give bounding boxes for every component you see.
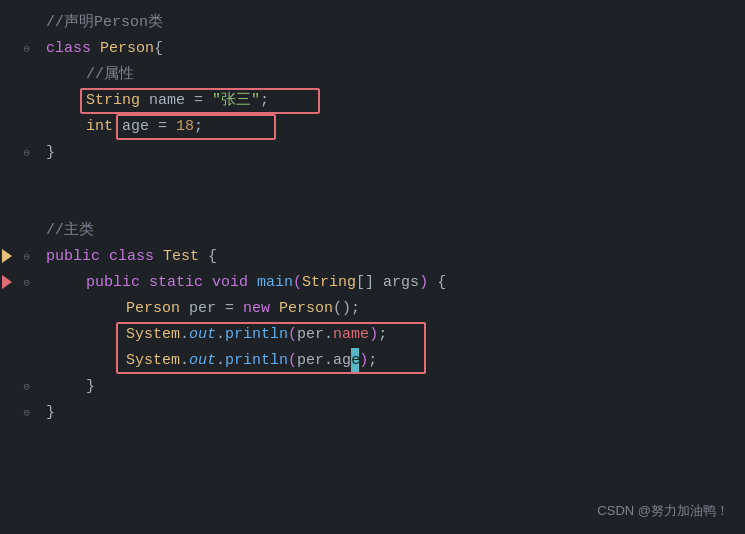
code-12: Person per = new Person();: [36, 296, 360, 322]
var-name: name: [149, 88, 194, 114]
comment-9: //主类: [46, 218, 94, 244]
fold-icon-16[interactable]: ⊖: [23, 400, 30, 426]
out-14: out: [189, 348, 216, 374]
code-15: }: [36, 374, 95, 400]
type-person: Person: [126, 296, 189, 322]
class-name: Person: [100, 36, 154, 62]
param-args: args: [383, 270, 419, 296]
code-2: class Person{: [36, 36, 163, 62]
gutter-16: ⊖: [0, 400, 36, 426]
fold-icon-11[interactable]: ⊖: [23, 270, 30, 296]
gutter-6: ⊖: [0, 140, 36, 166]
comment-1: //声明Person类: [46, 10, 163, 36]
paren-open: (: [293, 270, 302, 296]
fold-icon-2[interactable]: ⊖: [23, 36, 30, 62]
space-brace: {: [428, 270, 446, 296]
code-1: //声明Person类: [36, 10, 163, 36]
comment-3: //属性: [86, 62, 134, 88]
line-4: String name = "张三";: [0, 88, 745, 114]
line-8: [0, 192, 745, 218]
gutter-10: ⊖: [0, 244, 36, 270]
line-12: Person per = new Person();: [0, 296, 745, 322]
brace-open: {: [154, 36, 163, 62]
code-7: [36, 166, 55, 192]
rparen-14: ): [359, 348, 368, 374]
line-10: ⊖ public class Test {: [0, 244, 745, 270]
code-10: public class Test {: [36, 244, 217, 270]
fold-icon-6[interactable]: ⊖: [23, 140, 30, 166]
arrow-10: [2, 249, 12, 263]
line-5: int age = 18;: [0, 114, 745, 140]
line-7: [0, 166, 745, 192]
type-string: String: [86, 88, 149, 114]
code-5: int age = 18;: [36, 114, 203, 140]
per-age: ag: [333, 348, 351, 374]
method-main: main: [257, 270, 293, 296]
kw-class-10: class: [109, 244, 163, 270]
param-type: String: [302, 270, 356, 296]
dot-14a: .: [180, 348, 189, 374]
lparen-14: (: [288, 348, 297, 374]
code-11: public static void main(String[] args) {: [36, 270, 446, 296]
line-15: ⊖ }: [0, 374, 745, 400]
per-13: per.: [297, 322, 333, 348]
println-14: println: [225, 348, 288, 374]
per-14: per.: [297, 348, 333, 374]
dot-13b: .: [216, 322, 225, 348]
code-13: System.out.println(per.name);: [36, 322, 387, 348]
line-13: System.out.println(per.name);: [0, 322, 745, 348]
gutter-15: ⊖: [0, 374, 36, 400]
code-14: System.out.println(per.age);: [36, 348, 377, 374]
line-2: ⊖ class Person{: [0, 36, 745, 62]
kw-void: void: [212, 270, 257, 296]
fold-icon-15[interactable]: ⊖: [23, 374, 30, 400]
new-person: Person: [279, 296, 333, 322]
brace-open-10: {: [208, 244, 217, 270]
eq3: =: [225, 296, 243, 322]
gutter-11: ⊖: [0, 270, 36, 296]
bracket: []: [356, 270, 383, 296]
code-4: String name = "张三";: [36, 88, 269, 114]
code-3: //属性: [36, 62, 134, 88]
brace-close-2: }: [86, 374, 95, 400]
lparen-13: (: [288, 322, 297, 348]
num-val: 18: [176, 114, 194, 140]
sys-13: System: [126, 322, 180, 348]
semi1: ;: [260, 88, 269, 114]
code-6: }: [36, 140, 55, 166]
kw-static: static: [149, 270, 212, 296]
semi-13: ;: [378, 322, 387, 348]
semi-14: ;: [368, 348, 377, 374]
dot-14b: .: [216, 348, 225, 374]
fold-icon-10[interactable]: ⊖: [23, 244, 30, 270]
brace-close-3: }: [46, 400, 55, 426]
var-per: per: [189, 296, 225, 322]
println-13: println: [225, 322, 288, 348]
cursor: e: [351, 348, 359, 374]
kw-new: new: [243, 296, 279, 322]
new-paren: ();: [333, 296, 360, 322]
line-6: ⊖ }: [0, 140, 745, 166]
dot-13a: .: [180, 322, 189, 348]
str-val: "张三": [212, 88, 260, 114]
line-3: //属性: [0, 62, 745, 88]
class-test: Test: [163, 244, 208, 270]
code-8: [36, 192, 55, 218]
per-name: name: [333, 322, 369, 348]
eq1: =: [194, 88, 212, 114]
brace-close-1: }: [46, 140, 55, 166]
line-16: ⊖ }: [0, 400, 745, 426]
semi2: ;: [194, 114, 203, 140]
code-9: //主类: [36, 218, 94, 244]
paren-close: ): [419, 270, 428, 296]
eq2: =: [158, 114, 176, 140]
rparen-13: ): [369, 322, 378, 348]
type-int: int: [86, 114, 122, 140]
line-9: //主类: [0, 218, 745, 244]
sys-14: System: [126, 348, 180, 374]
arrow-11: [2, 275, 12, 289]
highlighted-block: System.out.println(per.name); System.out…: [0, 322, 745, 374]
line-1: //声明Person类: [0, 10, 745, 36]
gutter-2: ⊖: [0, 36, 36, 62]
code-editor: //声明Person类 ⊖ class Person{ //属性 String …: [0, 0, 745, 436]
